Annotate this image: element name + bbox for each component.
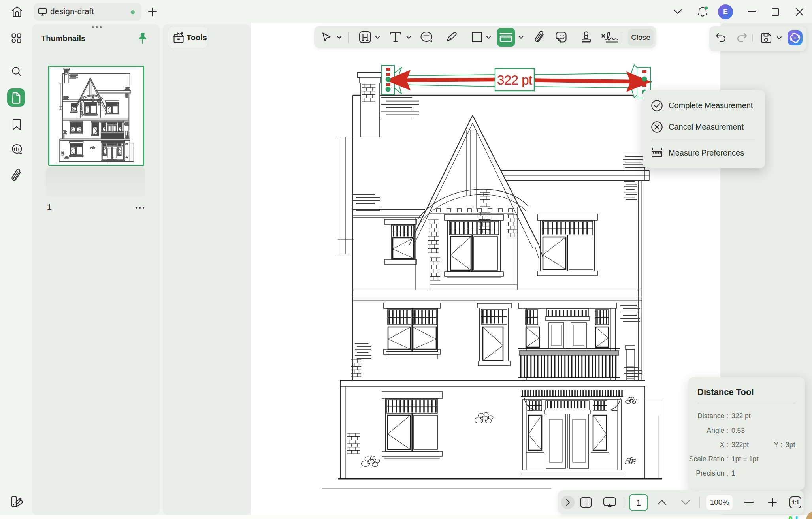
svg-text:322 pt: 322 pt — [497, 72, 533, 87]
